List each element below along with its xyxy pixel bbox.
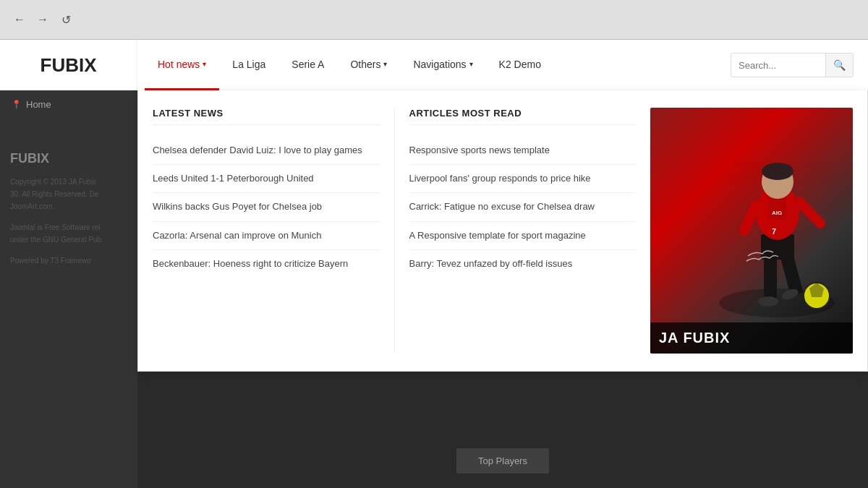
latest-news-title: LATEST NEWS [153,108,380,125]
latest-news-col: LATEST NEWS Chelsea defender David Luiz:… [153,108,394,354]
svg-point-10 [762,163,793,180]
pin-icon: 📍 [12,100,22,109]
top-players-bar: Top Players [456,448,549,474]
articles-title: ARTICLES MOST READ [409,108,637,125]
svg-text:AIG: AIG [772,210,782,216]
main-nav: Hot news ▾ La Liga Serie A Others ▾ Navi… [137,40,731,90]
nav-item-la-liga[interactable]: La Liga [219,40,278,90]
sidebar-powered-by: Powered by T3 Framewo [10,254,127,267]
image-caption: JA FUBIX [650,322,853,354]
svg-line-8 [799,202,820,223]
news-item-2[interactable]: Wilkins backs Gus Poyet for Chelsea job [153,193,380,221]
browser-chrome: ← → ↺ [0,0,868,40]
dropdown-image-panel: AIG 7 [650,108,853,354]
forward-button[interactable]: → [35,12,51,27]
search-input[interactable] [731,60,825,71]
svg-point-11 [758,296,778,307]
article-item-4[interactable]: Barry: Tevez unfazed by off-field issues [409,250,637,278]
svg-rect-1 [764,252,777,303]
back-button[interactable]: ← [12,12,27,27]
sidebar-item-home[interactable]: 📍 Home [0,90,137,119]
search-button[interactable]: 🔍 [825,53,853,77]
nav-item-navigations[interactable]: Navigations ▾ [400,40,485,90]
nav-item-k2-demo[interactable]: K2 Demo [486,40,554,90]
sidebar-logo: FUBIX [10,147,127,170]
player-image-bg: AIG 7 [650,108,853,354]
news-item-4[interactable]: Beckenbauer: Hoeness right to criticize … [153,250,380,278]
site-header: FUBIX Hot news ▾ La Liga Serie A Others … [0,40,868,90]
page-wrapper: FUBIX Hot news ▾ La Liga Serie A Others … [0,40,868,488]
site-logo[interactable]: FUBIX [0,40,137,90]
news-item-3[interactable]: Cazorla: Arsenal can improve on Munich [153,222,380,250]
refresh-button[interactable]: ↺ [58,12,74,27]
sidebar-joomla-info: Joomla! is Free Software relunder the GN… [10,221,127,246]
article-item-2[interactable]: Carrick: Fatigue no excuse for Chelsea d… [409,193,637,221]
news-item-0[interactable]: Chelsea defender David Luiz: I love to p… [153,137,380,165]
articles-most-read-col: ARTICLES MOST READ Responsive sports new… [394,108,651,354]
article-item-1[interactable]: Liverpool fans' group responds to price … [409,165,637,193]
article-item-3[interactable]: A Responsive template for sport magazine [409,222,637,250]
article-item-0[interactable]: Responsive sports news template [409,137,637,165]
nav-item-hot-news[interactable]: Hot news ▾ [145,40,219,90]
news-item-1[interactable]: Leeds United 1-1 Peterborough United [153,165,380,193]
sidebar-copyright: Copyright © 2013 JA Fubix30. All Rights … [10,176,127,213]
search-box: 🔍 [731,53,854,77]
svg-line-7 [744,205,756,231]
svg-rect-5 [768,198,786,220]
navigations-caret: ▾ [469,60,473,68]
sidebar: 📍 Home FUBIX Copyright © 2013 JA Fubix30… [0,90,137,488]
nav-item-others[interactable]: Others ▾ [337,40,400,90]
svg-text:7: 7 [772,227,776,236]
player-illustration: AIG 7 [705,129,849,332]
nav-item-serie-a[interactable]: Serie A [278,40,337,90]
others-caret: ▾ [383,60,387,68]
mega-dropdown: LATEST NEWS Chelsea defender David Luiz:… [137,90,868,372]
hot-news-caret: ▾ [203,60,206,68]
